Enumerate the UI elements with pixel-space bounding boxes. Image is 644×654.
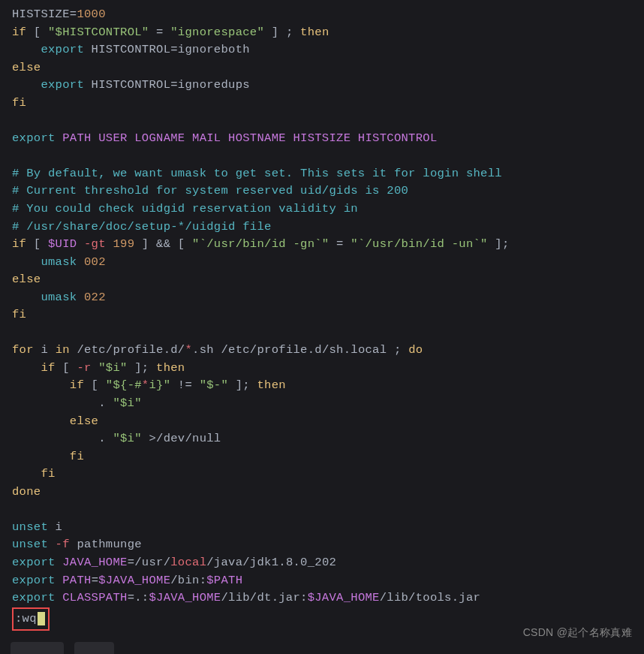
tab-hint[interactable] <box>74 642 114 654</box>
var-histsize: HISTSIZE <box>12 8 70 21</box>
vim-command-text: :wq <box>15 612 37 625</box>
cursor-icon <box>38 612 45 625</box>
editor-content: HISTSIZE=1000 if [ "$HISTCONTROL" = "ign… <box>12 6 632 631</box>
comment-line: # By default, we want umask to get set. … <box>12 167 502 180</box>
watermark-text: CSDN @起个名称真难 <box>523 625 632 640</box>
bottom-tab-bar <box>11 642 114 654</box>
tab-hint[interactable] <box>11 642 64 654</box>
vim-command-line[interactable]: :wq <box>12 607 50 631</box>
